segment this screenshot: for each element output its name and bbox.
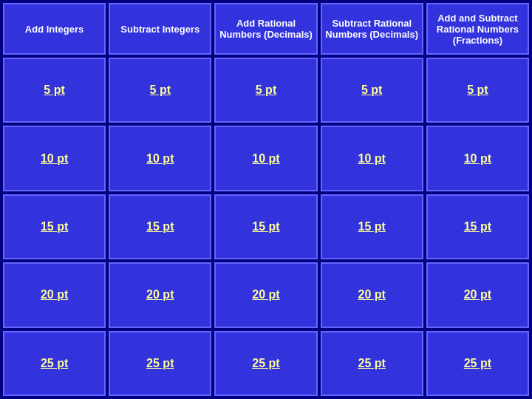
cell-r4-c5[interactable]: 20 pt: [426, 262, 529, 327]
cell-r2-c1[interactable]: 10 pt: [3, 126, 106, 191]
cell-r2-c2[interactable]: 10 pt: [109, 126, 211, 191]
cell-r4-c4[interactable]: 20 pt: [321, 262, 423, 327]
cell-r1-c2[interactable]: 5 pt: [109, 58, 211, 123]
jeopardy-grid: Add Integers Subtract Integers Add Ratio…: [0, 0, 532, 399]
cell-r2-c5[interactable]: 10 pt: [426, 126, 529, 191]
cell-r3-c2[interactable]: 15 pt: [109, 194, 211, 259]
header-col3: Add Rational Numbers (Decimals): [214, 3, 317, 55]
cell-r1-c4[interactable]: 5 pt: [321, 58, 423, 123]
cell-r5-c4[interactable]: 25 pt: [321, 331, 423, 396]
cell-r2-c4[interactable]: 10 pt: [321, 126, 423, 191]
cell-r1-c1[interactable]: 5 pt: [3, 58, 106, 123]
cell-r4-c1[interactable]: 20 pt: [3, 262, 106, 327]
cell-r5-c5[interactable]: 25 pt: [426, 331, 529, 396]
cell-r5-c1[interactable]: 25 pt: [3, 331, 106, 396]
header-col1: Add Integers: [3, 3, 106, 55]
cell-r3-c5[interactable]: 15 pt: [426, 194, 529, 259]
header-col5: Add and Subtract Rational Numbers (Fract…: [426, 3, 529, 55]
cell-r1-c5[interactable]: 5 pt: [426, 58, 529, 123]
cell-r1-c3[interactable]: 5 pt: [214, 58, 317, 123]
cell-r5-c3[interactable]: 25 pt: [214, 331, 317, 396]
cell-r2-c3[interactable]: 10 pt: [214, 126, 317, 191]
cell-r4-c2[interactable]: 20 pt: [109, 262, 211, 327]
header-col4: Subtract Rational Numbers (Decimals): [321, 3, 423, 55]
cell-r4-c3[interactable]: 20 pt: [214, 262, 317, 327]
header-col2: Subtract Integers: [109, 3, 211, 55]
cell-r5-c2[interactable]: 25 pt: [109, 331, 211, 396]
cell-r3-c3[interactable]: 15 pt: [214, 194, 317, 259]
cell-r3-c1[interactable]: 15 pt: [3, 194, 106, 259]
cell-r3-c4[interactable]: 15 pt: [321, 194, 423, 259]
